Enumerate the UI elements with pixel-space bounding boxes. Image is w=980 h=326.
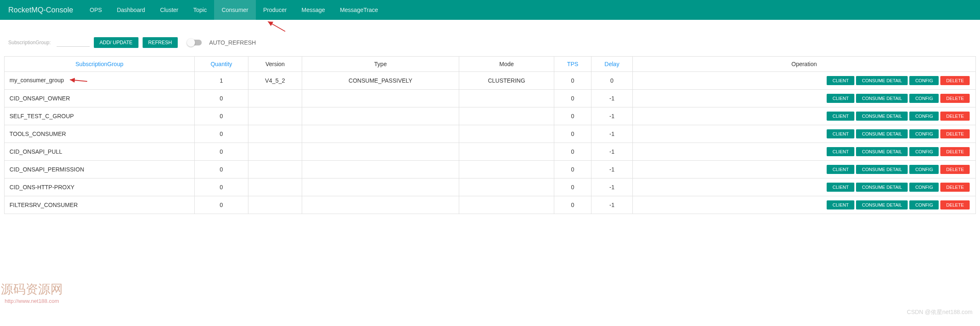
cell-quantity: 0 xyxy=(195,196,248,214)
nav-cluster[interactable]: Cluster xyxy=(153,0,186,20)
nav-ops[interactable]: OPS xyxy=(82,0,110,20)
nav-messagetrace[interactable]: MessageTrace xyxy=(332,0,385,20)
consume-detail-button[interactable]: CONSUME DETAIL xyxy=(856,76,908,85)
cell-ops: CLIENTCONSUME DETAILCONFIGDELETE xyxy=(633,125,976,143)
cell-version xyxy=(248,125,302,143)
auto-refresh-label: AUTO_REFRESH xyxy=(209,39,256,46)
nav-dashboard[interactable]: Dashboard xyxy=(110,0,153,20)
cell-delay: -1 xyxy=(591,125,633,143)
cell-mode xyxy=(459,125,554,143)
cell-tps: 0 xyxy=(554,161,591,178)
cell-mode xyxy=(459,90,554,107)
consume-detail-button[interactable]: CONSUME DETAIL xyxy=(856,129,908,138)
consume-detail-button[interactable]: CONSUME DETAIL xyxy=(856,183,908,192)
config-button[interactable]: CONFIG xyxy=(909,183,939,192)
consume-detail-button[interactable]: CONSUME DETAIL xyxy=(856,147,908,156)
col-subscription-group[interactable]: SubscriptionGroup xyxy=(5,57,195,72)
cell-quantity: 0 xyxy=(195,143,248,161)
cell-type xyxy=(302,196,459,214)
toolbar: SubscriptionGroup: ADD/ UPDATE REFRESH A… xyxy=(0,32,980,56)
nav-message[interactable]: Message xyxy=(294,0,333,20)
cell-group: TOOLS_CONSUMER xyxy=(5,125,195,143)
delete-button[interactable]: DELETE xyxy=(940,94,970,103)
client-button[interactable]: CLIENT xyxy=(827,94,854,103)
client-button[interactable]: CLIENT xyxy=(827,165,854,174)
delete-button[interactable]: DELETE xyxy=(940,200,970,209)
delete-button[interactable]: DELETE xyxy=(940,76,970,85)
auto-refresh-toggle[interactable] xyxy=(188,40,202,45)
cell-type xyxy=(302,178,459,196)
consume-detail-button[interactable]: CONSUME DETAIL xyxy=(856,200,908,209)
annotation-arrow-row xyxy=(67,77,88,84)
cell-delay: -1 xyxy=(591,196,633,214)
nav-producer[interactable]: Producer xyxy=(256,0,294,20)
client-button[interactable]: CLIENT xyxy=(827,147,854,156)
cell-delay: -1 xyxy=(591,178,633,196)
table-row: CID_ONSAPI_PERMISSION00-1CLIENTCONSUME D… xyxy=(5,161,976,178)
cell-type xyxy=(302,143,459,161)
refresh-button[interactable]: REFRESH xyxy=(143,37,178,48)
cell-tps: 0 xyxy=(554,90,591,107)
consume-detail-button[interactable]: CONSUME DETAIL xyxy=(856,94,908,103)
cell-ops: CLIENTCONSUME DETAILCONFIGDELETE xyxy=(633,161,976,178)
cell-quantity: 0 xyxy=(195,161,248,178)
cell-quantity: 1 xyxy=(195,72,248,90)
config-button[interactable]: CONFIG xyxy=(909,129,939,138)
consume-detail-button[interactable]: CONSUME DETAIL xyxy=(856,165,908,174)
cell-tps: 0 xyxy=(554,196,591,214)
brand: RocketMQ-Console xyxy=(8,6,73,14)
subscription-group-input[interactable] xyxy=(57,39,90,47)
cell-delay: -1 xyxy=(591,143,633,161)
cell-mode xyxy=(459,178,554,196)
filter-label: SubscriptionGroup: xyxy=(8,40,51,45)
config-button[interactable]: CONFIG xyxy=(909,112,939,121)
cell-version xyxy=(248,90,302,107)
nav-items: OPSDashboardClusterTopicConsumerProducer… xyxy=(82,0,385,20)
config-button[interactable]: CONFIG xyxy=(909,94,939,103)
cell-mode xyxy=(459,143,554,161)
delete-button[interactable]: DELETE xyxy=(940,147,970,156)
delete-button[interactable]: DELETE xyxy=(940,183,970,192)
cell-ops: CLIENTCONSUME DETAILCONFIGDELETE xyxy=(633,72,976,90)
nav-consumer[interactable]: Consumer xyxy=(214,0,256,20)
client-button[interactable]: CLIENT xyxy=(827,112,854,121)
delete-button[interactable]: DELETE xyxy=(940,112,970,121)
table-row: my_consumer_group1V4_5_2CONSUME_PASSIVEL… xyxy=(5,72,976,90)
delete-button[interactable]: DELETE xyxy=(940,165,970,174)
cell-quantity: 0 xyxy=(195,90,248,107)
consume-detail-button[interactable]: CONSUME DETAIL xyxy=(856,112,908,121)
cell-version xyxy=(248,178,302,196)
client-button[interactable]: CLIENT xyxy=(827,129,854,138)
cell-mode xyxy=(459,161,554,178)
cell-ops: CLIENTCONSUME DETAILCONFIGDELETE xyxy=(633,143,976,161)
cell-group: CID_ONSAPI_PERMISSION xyxy=(5,161,195,178)
cell-delay: 0 xyxy=(591,72,633,90)
nav-topic[interactable]: Topic xyxy=(186,0,215,20)
table-row: CID_ONSAPI_PULL00-1CLIENTCONSUME DETAILC… xyxy=(5,143,976,161)
cell-group: FILTERSRV_CONSUMER xyxy=(5,196,195,214)
config-button[interactable]: CONFIG xyxy=(909,200,939,209)
config-button[interactable]: CONFIG xyxy=(909,147,939,156)
consumer-table: SubscriptionGroup Quantity Version Type … xyxy=(4,56,976,214)
col-tps[interactable]: TPS xyxy=(554,57,591,72)
col-quantity[interactable]: Quantity xyxy=(195,57,248,72)
delete-button[interactable]: DELETE xyxy=(940,129,970,138)
cell-type xyxy=(302,125,459,143)
cell-tps: 0 xyxy=(554,107,591,125)
client-button[interactable]: CLIENT xyxy=(827,76,854,85)
cell-ops: CLIENTCONSUME DETAILCONFIGDELETE xyxy=(633,178,976,196)
config-button[interactable]: CONFIG xyxy=(909,165,939,174)
cell-type xyxy=(302,107,459,125)
client-button[interactable]: CLIENT xyxy=(827,183,854,192)
cell-tps: 0 xyxy=(554,178,591,196)
cell-quantity: 0 xyxy=(195,178,248,196)
client-button[interactable]: CLIENT xyxy=(827,200,854,209)
table-row: TOOLS_CONSUMER00-1CLIENTCONSUME DETAILCO… xyxy=(5,125,976,143)
cell-tps: 0 xyxy=(554,143,591,161)
col-delay[interactable]: Delay xyxy=(591,57,633,72)
add-update-button[interactable]: ADD/ UPDATE xyxy=(94,37,138,48)
config-button[interactable]: CONFIG xyxy=(909,76,939,85)
table-row: CID_ONS-HTTP-PROXY00-1CLIENTCONSUME DETA… xyxy=(5,178,976,196)
cell-delay: -1 xyxy=(591,107,633,125)
cell-version xyxy=(248,196,302,214)
